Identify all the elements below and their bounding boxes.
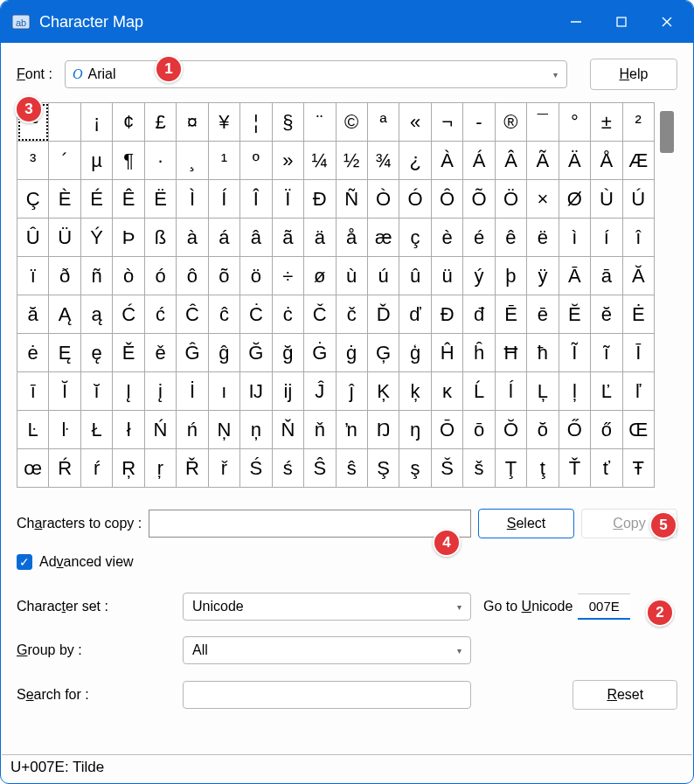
character-cell[interactable]: Č [304, 295, 336, 334]
character-cell[interactable]: ² [623, 103, 655, 142]
character-cell[interactable]: ´ [49, 142, 80, 180]
character-cell[interactable]: ï [17, 257, 49, 295]
character-cell[interactable]: ¶ [113, 142, 144, 180]
character-cell[interactable]: ĕ [591, 295, 622, 334]
character-cell[interactable]: ¾ [368, 142, 399, 180]
character-cell[interactable]: Œ [623, 411, 655, 449]
character-cell[interactable]: Ŧ [623, 449, 655, 488]
character-cell[interactable]: Ħ [496, 334, 527, 372]
character-cell[interactable]: à [177, 219, 208, 257]
character-cell[interactable]: û [399, 257, 431, 295]
character-cell[interactable]: ¬ [432, 103, 463, 142]
character-cell[interactable]: © [337, 103, 368, 142]
character-cell[interactable]: ß [145, 219, 177, 257]
character-cell[interactable]: Ĥ [432, 334, 463, 372]
character-cell[interactable]: » [273, 142, 304, 180]
character-cell[interactable]: Ĉ [177, 295, 208, 334]
character-cell[interactable]: Ķ [368, 372, 399, 411]
character-cell[interactable]: ì [559, 219, 591, 257]
character-cell[interactable]: ď [399, 295, 431, 334]
character-cell[interactable]: ı [209, 372, 240, 411]
character-cell[interactable]: - [463, 103, 495, 142]
go-to-unicode-input[interactable]: 007E [578, 593, 630, 620]
character-cell[interactable]: Ř [177, 449, 208, 488]
character-cell[interactable]: Ď [368, 295, 399, 334]
character-cell[interactable]: Á [463, 142, 495, 180]
character-cell[interactable]: Ċ [240, 295, 272, 334]
character-cell[interactable]: æ [368, 219, 399, 257]
character-cell[interactable]: ¤ [177, 103, 208, 142]
character-cell[interactable]: £ [145, 103, 177, 142]
character-cell[interactable]: Ě [113, 334, 144, 372]
character-cell[interactable]: ć [145, 295, 177, 334]
character-cell[interactable]: Ô [432, 180, 463, 219]
character-cell[interactable]: Ñ [337, 180, 368, 219]
character-cell[interactable]: š [463, 449, 495, 488]
character-cell[interactable]: Ľ [591, 372, 622, 411]
character-cell[interactable]: ŕ [81, 449, 113, 488]
character-cell[interactable]: ŝ [337, 449, 368, 488]
character-cell[interactable]: ĳ [273, 372, 304, 411]
character-cell[interactable]: ŗ [145, 449, 177, 488]
character-cell[interactable]: å [337, 219, 368, 257]
character-cell[interactable]: ņ [240, 411, 272, 449]
character-cell[interactable]: Ğ [240, 334, 272, 372]
scrollbar-thumb[interactable] [660, 111, 674, 153]
character-cell[interactable]: ó [145, 257, 177, 295]
character-cell[interactable]: ¹ [209, 142, 240, 180]
character-cell[interactable]: À [432, 142, 463, 180]
character-cell[interactable]: ë [527, 219, 559, 257]
characters-to-copy-input[interactable] [149, 510, 471, 538]
character-cell[interactable]: ĺ [496, 372, 527, 411]
character-cell[interactable]: Ĝ [177, 334, 208, 372]
character-cell[interactable]: Å [591, 142, 622, 180]
character-cell[interactable]: Ò [368, 180, 399, 219]
character-cell[interactable]: ö [240, 257, 272, 295]
character-cell[interactable]: đ [463, 295, 495, 334]
character-cell[interactable]: õ [209, 257, 240, 295]
character-cell[interactable]: ā [591, 257, 622, 295]
character-cell[interactable]: Ń [145, 411, 177, 449]
character-cell[interactable]: Ō [432, 411, 463, 449]
character-cell[interactable]: ă [17, 295, 49, 334]
character-cell[interactable]: ċ [273, 295, 304, 334]
advanced-view-checkbox[interactable]: ✓ [17, 554, 32, 570]
character-cell[interactable]: Ĭ [49, 372, 80, 411]
character-cell[interactable]: Ü [49, 219, 80, 257]
character-cell[interactable]: ţ [527, 449, 559, 488]
character-cell[interactable]: Ĳ [240, 372, 272, 411]
character-cell[interactable]: ģ [399, 334, 431, 372]
character-cell[interactable]: Ï [273, 180, 304, 219]
character-cell[interactable]: ŋ [399, 411, 431, 449]
character-cell[interactable]: ù [337, 257, 368, 295]
character-cell[interactable]: Ù [591, 180, 622, 219]
character-cell[interactable]: Ç [17, 180, 49, 219]
character-cell[interactable]: ě [145, 334, 177, 372]
character-cell[interactable]: ġ [337, 334, 368, 372]
character-cell[interactable]: ñ [81, 257, 113, 295]
character-cell[interactable]: ī [17, 372, 49, 411]
group-by-combobox[interactable]: All ▾ [183, 636, 471, 664]
character-cell[interactable]: Û [17, 219, 49, 257]
character-cell[interactable]: Â [496, 142, 527, 180]
character-cell[interactable]: Ĺ [463, 372, 495, 411]
character-cell[interactable]: ŀ [49, 411, 80, 449]
character-cell[interactable]: ń [177, 411, 208, 449]
character-cell[interactable]: ¢ [113, 103, 144, 142]
character-cell[interactable]: ¦ [240, 103, 272, 142]
character-cell[interactable]: ō [463, 411, 495, 449]
character-cell[interactable]: î [623, 219, 655, 257]
font-combobox[interactable]: O Arial ▾ [65, 60, 567, 88]
character-cell[interactable]: Ē [496, 295, 527, 334]
character-cell[interactable]: ř [209, 449, 240, 488]
character-cell[interactable] [49, 103, 80, 142]
character-cell[interactable]: Ş [368, 449, 399, 488]
character-cell[interactable]: č [337, 295, 368, 334]
character-cell[interactable]: Æ [623, 142, 655, 180]
character-cell[interactable]: ª [368, 103, 399, 142]
character-cell[interactable]: Ĵ [304, 372, 336, 411]
character-cell[interactable]: Ł [81, 411, 113, 449]
character-cell[interactable]: á [209, 219, 240, 257]
maximize-button[interactable] [599, 1, 644, 43]
character-cell[interactable]: ¸ [177, 142, 208, 180]
